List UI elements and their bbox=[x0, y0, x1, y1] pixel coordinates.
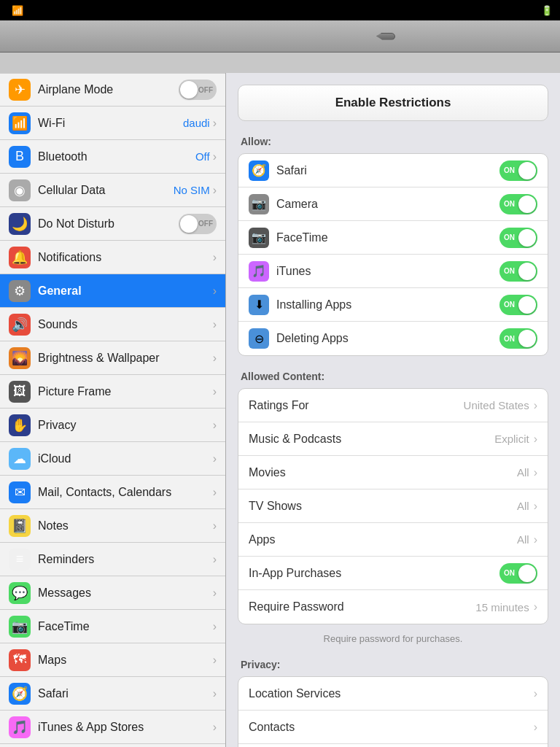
sidebar-item-mail[interactable]: ✉Mail, Contacts, Calendars› bbox=[0, 476, 225, 509]
sidebar-item-itunes[interactable]: 🎵iTunes & App Stores› bbox=[0, 711, 225, 744]
allow-row-installing-apps: ⬇Installing Apps bbox=[238, 288, 548, 322]
sidebar-item-privacy[interactable]: ✋Privacy› bbox=[0, 409, 225, 442]
allow-group: 🧭Safari📷Camera📷FaceTime🎵iTunes⬇Installin… bbox=[238, 153, 548, 356]
sidebar-item-safari[interactable]: 🧭Safari› bbox=[0, 677, 225, 711]
privacy-row-calendars[interactable]: Calendars› bbox=[238, 744, 548, 747]
sidebar-label-cellular: Cellular Data bbox=[38, 184, 174, 197]
content-row-apps[interactable]: AppsAll› bbox=[238, 523, 548, 557]
privacy-group: Location Services›Contacts›Calendars› bbox=[238, 676, 548, 747]
content-row-tv-shows[interactable]: TV ShowsAll› bbox=[238, 489, 548, 523]
sidebar-label-donotdisturb: Do Not Disturb bbox=[38, 217, 179, 231]
sidebar-item-facetime[interactable]: 📷FaceTime› bbox=[0, 610, 225, 643]
sidebar-item-sounds[interactable]: 🔊Sounds› bbox=[0, 308, 225, 341]
sidebar-item-general[interactable]: ⚙General› bbox=[0, 274, 225, 308]
sidebar-label-brightness: Brightness & Wallpaper bbox=[38, 352, 213, 365]
sidebar-label-sounds: Sounds bbox=[38, 318, 213, 331]
allow-row-camera: 📷Camera bbox=[238, 187, 548, 221]
require-password-chevron: › bbox=[534, 600, 537, 614]
safari-row-icon: 🧭 bbox=[249, 160, 269, 181]
movies-chevron: › bbox=[534, 466, 537, 479]
wifi-icon: 📶 bbox=[9, 112, 31, 134]
facetime-row-icon: 📷 bbox=[249, 228, 269, 248]
sidebar-item-cellular[interactable]: ◉Cellular DataNo SIM› bbox=[0, 174, 225, 207]
ratings-for-value: United States bbox=[464, 399, 529, 411]
right-nav bbox=[226, 33, 560, 40]
messages-chevron: › bbox=[213, 587, 217, 600]
sounds-icon: 🔊 bbox=[9, 314, 31, 336]
sidebar-item-donotdisturb[interactable]: 🌙Do Not Disturb bbox=[0, 207, 225, 241]
sidebar-label-pictureframe: Picture Frame bbox=[38, 385, 213, 398]
sidebar-item-brightness[interactable]: 🌄Brightness & Wallpaper› bbox=[0, 341, 225, 375]
sidebar-item-reminders[interactable]: ≡Reminders› bbox=[0, 543, 225, 576]
content-row-ratings-for[interactable]: Ratings ForUnited States› bbox=[238, 389, 548, 422]
status-bar: 📶 🔋 bbox=[0, 0, 560, 20]
battery-icon: 🔋 bbox=[541, 5, 553, 16]
maps-icon: 🗺 bbox=[9, 649, 31, 671]
facetime-row-label: FaceTime bbox=[276, 231, 499, 244]
general-chevron: › bbox=[213, 285, 217, 298]
wifi-chevron: › bbox=[213, 117, 217, 130]
facetime-toggle[interactable] bbox=[499, 228, 537, 248]
ratings-for-chevron: › bbox=[534, 399, 537, 412]
safari-toggle[interactable] bbox=[499, 160, 537, 181]
privacy-row-contacts[interactable]: Contacts› bbox=[238, 711, 548, 744]
content-row-movies[interactable]: MoviesAll› bbox=[238, 456, 548, 489]
sidebar-label-general: General bbox=[38, 285, 213, 298]
facetime-icon: 📷 bbox=[9, 616, 31, 638]
right-panel: Enable RestrictionsAllow:🧭Safari📷Camera📷… bbox=[226, 73, 560, 747]
camera-row-icon: 📷 bbox=[249, 194, 269, 214]
icloud-icon: ☁ bbox=[9, 448, 31, 470]
sidebar-label-notifications: Notifications bbox=[38, 251, 213, 264]
apps-chevron: › bbox=[534, 533, 537, 546]
sidebar-item-music[interactable]: 🎵Music› bbox=[0, 744, 225, 747]
back-button[interactable] bbox=[376, 33, 395, 40]
status-right: 🔋 bbox=[538, 5, 553, 16]
facetime-chevron: › bbox=[213, 620, 217, 633]
apps-content-label: Apps bbox=[249, 533, 517, 546]
sidebar-label-maps: Maps bbox=[38, 654, 213, 667]
sidebar-item-notifications[interactable]: 🔔Notifications› bbox=[0, 241, 225, 274]
sidebar-item-maps[interactable]: 🗺Maps› bbox=[0, 643, 225, 677]
content-row-in-app-purchases[interactable]: In-App Purchases bbox=[238, 557, 548, 590]
pictureframe-icon: 🖼 bbox=[9, 381, 31, 403]
require-password-value: 15 minutes bbox=[475, 601, 529, 614]
itunes-toggle[interactable] bbox=[499, 261, 537, 282]
in-app-purchases-toggle[interactable] bbox=[499, 563, 537, 584]
sidebar-item-icloud[interactable]: ☁iCloud› bbox=[0, 442, 225, 476]
sidebar-item-notes[interactable]: 📓Notes› bbox=[0, 509, 225, 543]
nav-bar bbox=[0, 20, 560, 53]
sidebar-item-messages[interactable]: 💬Messages› bbox=[0, 576, 225, 610]
itunes-row-label: iTunes bbox=[276, 265, 499, 278]
deleting-apps-toggle[interactable] bbox=[499, 328, 537, 349]
allowed-content-label: Allowed Content: bbox=[241, 371, 548, 382]
brightness-icon: 🌄 bbox=[9, 347, 31, 369]
sidebar-label-facetime: FaceTime bbox=[38, 620, 213, 633]
allow-row-safari: 🧭Safari bbox=[238, 154, 548, 187]
sidebar-label-messages: Messages bbox=[38, 587, 213, 600]
privacy-row-location-services[interactable]: Location Services› bbox=[238, 677, 548, 711]
sidebar-label-mail: Mail, Contacts, Calendars bbox=[38, 486, 213, 499]
content-row-music-podcasts[interactable]: Music & PodcastsExplicit› bbox=[238, 422, 548, 456]
content-row-require-password[interactable]: Require Password15 minutes› bbox=[238, 590, 548, 624]
pictureframe-chevron: › bbox=[213, 385, 217, 398]
airplane-mode-toggle[interactable] bbox=[179, 80, 217, 100]
sidebar-item-bluetooth[interactable]: BBluetoothOff› bbox=[0, 140, 225, 174]
sidebar-item-wifi[interactable]: 📶Wi-Fidaudi› bbox=[0, 107, 225, 140]
installing-apps-toggle[interactable] bbox=[499, 295, 537, 315]
notes-chevron: › bbox=[213, 519, 217, 533]
brightness-chevron: › bbox=[213, 352, 217, 365]
donotdisturb-toggle[interactable] bbox=[179, 214, 217, 234]
sidebar-item-airplane-mode[interactable]: ✈Airplane Mode bbox=[0, 73, 225, 107]
camera-row-label: Camera bbox=[276, 198, 499, 211]
require-password-content-label: Require Password bbox=[249, 600, 475, 614]
reminders-chevron: › bbox=[213, 553, 217, 566]
contacts-chevron: › bbox=[534, 721, 537, 734]
location-services-privacy-label: Location Services bbox=[249, 687, 534, 700]
ratings-for-content-label: Ratings For bbox=[249, 399, 464, 412]
camera-toggle[interactable] bbox=[499, 194, 537, 214]
sidebar-item-pictureframe[interactable]: 🖼Picture Frame› bbox=[0, 375, 225, 409]
movies-content-label: Movies bbox=[249, 466, 517, 479]
privacy-chevron: › bbox=[213, 419, 217, 432]
tv-shows-content-label: TV Shows bbox=[249, 500, 517, 513]
enable-restrictions-button[interactable]: Enable Restrictions bbox=[238, 85, 548, 121]
